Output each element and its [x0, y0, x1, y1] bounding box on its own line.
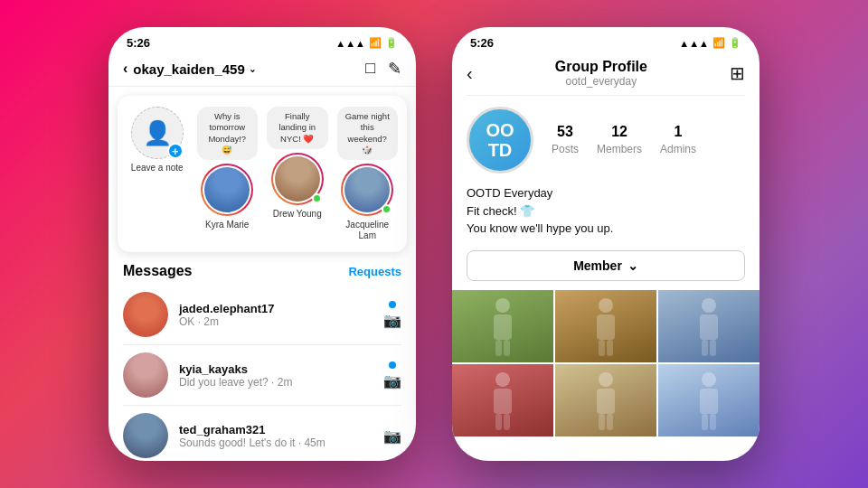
- svg-rect-19: [607, 414, 613, 430]
- status-time-left: 5:26: [127, 36, 150, 50]
- leave-note-label: Leave a note: [131, 163, 184, 174]
- stat-members: 12 Members: [597, 124, 642, 156]
- messages-header: Messages Requests: [108, 252, 416, 285]
- camera-icon-ted[interactable]: 📷: [383, 427, 401, 445]
- svg-rect-6: [599, 340, 605, 356]
- svg-rect-11: [710, 340, 716, 356]
- grid-cell-3[interactable]: [658, 290, 760, 362]
- kyia-avatar: [123, 352, 168, 398]
- kyia-info: kyia_kayaks Did you leave yet? · 2m: [179, 362, 373, 389]
- back-arrow-right[interactable]: ‹: [467, 63, 473, 84]
- grid-cell-5[interactable]: [555, 364, 656, 436]
- story-item-drew[interactable]: Finally landing in NYC! ❤️ Drew Young: [267, 107, 328, 220]
- posts-label: Posts: [552, 143, 579, 155]
- svg-rect-3: [504, 340, 510, 356]
- requests-link[interactable]: Requests: [348, 265, 401, 278]
- message-item-kyia[interactable]: kyia_kayaks Did you leave yet? · 2m 📷: [108, 345, 416, 405]
- svg-rect-18: [599, 414, 605, 430]
- kyia-preview: Did you leave yet? · 2m: [179, 376, 373, 389]
- person-silhouette-5: [588, 369, 624, 432]
- story-item-jacqueline[interactable]: Game night this weekend? 🎲 Jacqueline La…: [337, 107, 399, 241]
- svg-point-16: [599, 372, 613, 387]
- jaded-avatar: [123, 292, 168, 337]
- status-icons-right: ▲▲▲ 📶 🔋: [679, 37, 741, 49]
- story-item-kyra[interactable]: Why is tomorrow Monday!? 😅 Kyra Marie: [197, 107, 259, 230]
- video-icon[interactable]: □: [365, 59, 375, 79]
- stat-posts: 53 Posts: [552, 124, 579, 156]
- svg-rect-14: [495, 414, 502, 430]
- jaded-info: jaded.elephant17 OK · 2m: [179, 302, 373, 328]
- bio-line-1: OOTD Everyday: [467, 184, 745, 202]
- grid-cell-4[interactable]: [452, 364, 553, 436]
- message-item-jaded[interactable]: jaded.elephant17 OK · 2m 📷: [108, 285, 416, 344]
- svg-rect-10: [702, 340, 708, 356]
- group-stats: 53 Posts 12 Members 1 Admins: [552, 124, 696, 156]
- kyia-msg-right: 📷: [383, 361, 401, 389]
- svg-rect-15: [504, 414, 510, 430]
- jacqueline-online-dot: [382, 204, 392, 214]
- back-arrow-left[interactable]: ‹: [123, 61, 127, 77]
- person-icon: 👤: [143, 119, 172, 147]
- bio-line-2: Fit check! 👕: [467, 202, 745, 221]
- group-bio: OOTD Everyday Fit check! 👕 You know we'l…: [452, 184, 760, 247]
- person-silhouette-6: [691, 369, 727, 432]
- svg-rect-23: [710, 414, 716, 430]
- member-button[interactable]: Member ⌄: [467, 250, 745, 281]
- stories-row: 👤 + Leave a note Why is tomorrow Monday!…: [127, 107, 398, 241]
- svg-rect-13: [494, 389, 512, 414]
- posts-count: 53: [552, 124, 579, 140]
- status-bar-right: 5:26 ▲▲▲ 📶 🔋: [452, 27, 760, 53]
- add-group-button[interactable]: ⊞: [730, 62, 745, 84]
- kyra-bubble: Why is tomorrow Monday!? 😅: [197, 107, 259, 160]
- svg-point-12: [495, 372, 510, 387]
- member-button-label: Member: [573, 258, 622, 273]
- grid-cell-2[interactable]: [555, 290, 656, 362]
- bio-line-3: You know we'll hype you up.: [467, 220, 745, 238]
- ted-username: ted_graham321: [179, 423, 373, 436]
- stat-admins: 1 Admins: [660, 124, 696, 156]
- member-chevron-icon: ⌄: [627, 258, 638, 273]
- svg-rect-9: [700, 314, 718, 340]
- right-phone: 5:26 ▲▲▲ 📶 🔋 ‹ Group Profile ootd_everyd…: [452, 27, 760, 461]
- ted-info: ted_graham321 Sounds good! Let's do it ·…: [179, 423, 373, 449]
- signal-icon: ▲▲▲: [335, 38, 365, 49]
- camera-icon-kyia[interactable]: 📷: [383, 372, 401, 389]
- kyra-avatar-wrap: [201, 164, 253, 216]
- leave-note-avatar-wrap: 👤 +: [131, 107, 184, 159]
- group-hero: OOTD 53 Posts 12 Members 1 Admins: [452, 96, 760, 184]
- admins-count: 1: [660, 124, 696, 140]
- drew-bubble: Finally landing in NYC! ❤️: [267, 107, 328, 149]
- kyia-unread-dot: [389, 361, 396, 369]
- jaded-msg-right: 📷: [383, 301, 401, 329]
- nav-actions-left: □ ✎: [365, 59, 401, 79]
- grid-cell-1[interactable]: [452, 290, 553, 362]
- username-label: okay_kaiden_459: [133, 61, 244, 77]
- stories-card: 👤 + Leave a note Why is tomorrow Monday!…: [118, 96, 407, 252]
- status-icons-left: ▲▲▲ 📶 🔋: [335, 37, 398, 49]
- kyra-avatar-gradient: [201, 164, 253, 216]
- group-title-wrap: Group Profile ootd_everyday: [555, 59, 647, 88]
- admins-label: Admins: [660, 143, 696, 155]
- drew-online-dot: [312, 193, 322, 203]
- nav-bar-left: ‹ okay_kaiden_459 ⌄ □ ✎: [108, 53, 416, 87]
- jaded-username: jaded.elephant17: [179, 302, 373, 315]
- message-item-ted[interactable]: ted_graham321 Sounds good! Let's do it ·…: [108, 406, 416, 461]
- battery-icon-right: 🔋: [729, 37, 741, 49]
- wifi-icon-right: 📶: [712, 37, 725, 49]
- chevron-down-icon: ⌄: [249, 64, 256, 74]
- person-silhouette-2: [588, 295, 624, 358]
- messages-title: Messages: [123, 263, 193, 279]
- camera-icon-jaded[interactable]: 📷: [383, 312, 401, 329]
- kyra-name: Kyra Marie: [205, 220, 249, 230]
- ted-preview: Sounds good! Let's do it · 45m: [179, 436, 373, 449]
- jacqueline-name: Jacqueline Lam: [338, 220, 397, 241]
- story-item-leave-note[interactable]: 👤 + Leave a note: [127, 107, 188, 174]
- add-note-button[interactable]: +: [167, 143, 184, 159]
- jaded-preview: OK · 2m: [179, 315, 373, 328]
- person-silhouette-4: [485, 369, 521, 432]
- grid-cell-6[interactable]: [658, 364, 760, 436]
- person-silhouette-3: [691, 295, 727, 358]
- compose-icon[interactable]: ✎: [388, 59, 401, 79]
- nav-username-area[interactable]: ‹ okay_kaiden_459 ⌄: [123, 61, 256, 77]
- group-title: Group Profile: [555, 59, 647, 75]
